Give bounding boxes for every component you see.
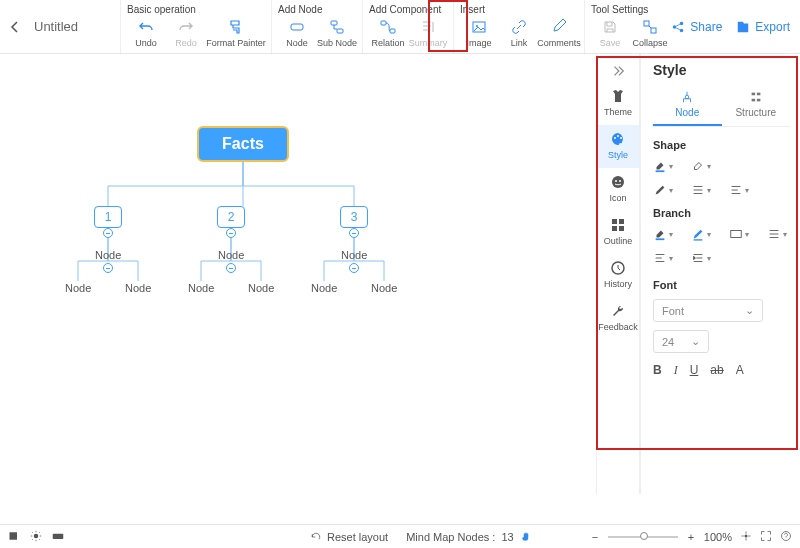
- svg-rect-33: [53, 533, 64, 538]
- svg-point-14: [620, 137, 622, 139]
- svg-point-16: [615, 180, 617, 182]
- zoom-slider[interactable]: [608, 536, 678, 538]
- collapse-toggle[interactable]: [103, 228, 113, 238]
- format-painter-icon: [228, 19, 244, 35]
- rail-icon[interactable]: Icon: [597, 168, 639, 211]
- group-add-component-label: Add Component: [369, 4, 447, 15]
- collapse-panel-button[interactable]: [597, 60, 639, 82]
- lines2-icon: [729, 183, 743, 197]
- collapse-toggle[interactable]: [349, 263, 359, 273]
- save-icon: [602, 19, 618, 35]
- spacing-picker[interactable]: ▾: [729, 183, 749, 197]
- border-style-picker[interactable]: ▾: [653, 183, 673, 197]
- reset-layout-button[interactable]: Reset layout: [310, 531, 388, 543]
- node-1[interactable]: 1: [94, 206, 122, 228]
- rail-history[interactable]: History: [597, 254, 639, 297]
- undo-button[interactable]: Undo: [127, 17, 165, 51]
- collapse-toggle[interactable]: [103, 263, 113, 273]
- collapse-button[interactable]: Collapse: [631, 17, 669, 51]
- indent-icon: [691, 251, 705, 265]
- tab-node[interactable]: Node: [653, 86, 722, 126]
- group-basic-label: Basic operation: [127, 4, 265, 15]
- branch-style-picker[interactable]: ▾: [691, 227, 711, 241]
- node-3[interactable]: 3: [340, 206, 368, 228]
- fill-color-picker[interactable]: ▾: [653, 159, 673, 173]
- insert-comments-button[interactable]: Comments: [540, 17, 578, 51]
- svg-rect-8: [651, 28, 656, 33]
- rail-style[interactable]: Style: [597, 125, 639, 168]
- fullscreen-button[interactable]: [760, 530, 772, 544]
- rail-theme[interactable]: Theme: [597, 82, 639, 125]
- shirt-icon: [610, 88, 626, 104]
- redo-button[interactable]: Redo: [167, 17, 205, 51]
- shape-picker[interactable]: ▾: [691, 159, 711, 173]
- strike-button[interactable]: ab: [710, 363, 723, 378]
- question-icon: [780, 530, 792, 542]
- rail-feedback[interactable]: Feedback: [597, 297, 639, 340]
- wrench-icon: [610, 303, 626, 319]
- zoom-in-button[interactable]: +: [686, 531, 696, 543]
- underline-button[interactable]: U: [690, 363, 699, 378]
- branch-box-picker[interactable]: ▾: [729, 227, 749, 241]
- leaf-node[interactable]: Node: [248, 282, 274, 294]
- save-button[interactable]: Save: [591, 17, 629, 51]
- collapse-toggle[interactable]: [226, 228, 236, 238]
- node-label[interactable]: Node: [95, 249, 121, 261]
- view-sun-button[interactable]: [30, 530, 42, 544]
- branch-color-picker[interactable]: ▾: [653, 227, 673, 241]
- insert-link-button[interactable]: Link: [500, 17, 538, 51]
- branch-align-picker[interactable]: ▾: [653, 251, 673, 265]
- zoom-level: 100%: [704, 531, 732, 543]
- leaf-node[interactable]: Node: [65, 282, 91, 294]
- font-size-select[interactable]: 24⌄: [653, 330, 709, 353]
- branch-lines-picker[interactable]: ▾: [767, 227, 787, 241]
- node-label[interactable]: Node: [341, 249, 367, 261]
- document-title[interactable]: Untitled: [30, 0, 120, 53]
- share-button[interactable]: Share: [671, 20, 722, 34]
- svg-rect-3: [381, 21, 386, 25]
- outline-icon: [610, 217, 626, 233]
- mindmap-node-count: Mind Map Nodes : 13: [406, 531, 532, 543]
- add-node-button[interactable]: Node: [278, 17, 316, 51]
- zoom-out-button[interactable]: −: [590, 531, 600, 543]
- leaf-node[interactable]: Node: [311, 282, 337, 294]
- format-painter-button[interactable]: Format Painter: [207, 17, 265, 51]
- help-button[interactable]: [780, 530, 792, 544]
- group-tool-settings-label: Tool Settings: [591, 4, 669, 15]
- bold-button[interactable]: B: [653, 363, 662, 378]
- fit-button[interactable]: [740, 530, 752, 544]
- mindmap: Facts 1 2 3 Node Node Node Node Node Nod…: [32, 126, 462, 376]
- tab-structure[interactable]: Structure: [722, 86, 791, 126]
- collapse-toggle[interactable]: [349, 228, 359, 238]
- rail-outline[interactable]: Outline: [597, 211, 639, 254]
- node-2[interactable]: 2: [217, 206, 245, 228]
- back-button[interactable]: [0, 0, 30, 53]
- svg-rect-28: [656, 238, 665, 240]
- export-button[interactable]: Export: [736, 20, 790, 34]
- leaf-node[interactable]: Node: [371, 282, 397, 294]
- svg-rect-25: [751, 99, 755, 102]
- collapse-toggle[interactable]: [226, 263, 236, 273]
- expand-icon: [760, 530, 772, 542]
- root-node[interactable]: Facts: [197, 126, 289, 162]
- add-subnode-button[interactable]: Sub Node: [318, 17, 356, 51]
- svg-rect-7: [644, 21, 649, 26]
- smile-icon: [610, 174, 626, 190]
- view-keyboard-button[interactable]: [52, 530, 64, 544]
- leaf-node[interactable]: Node: [125, 282, 151, 294]
- align-picker[interactable]: ▾: [691, 183, 711, 197]
- node-label[interactable]: Node: [218, 249, 244, 261]
- font-color-button[interactable]: A: [736, 363, 744, 378]
- italic-button[interactable]: I: [674, 363, 678, 378]
- section-branch: Branch: [653, 207, 790, 219]
- view-pages-button[interactable]: [8, 530, 20, 544]
- svg-rect-29: [694, 239, 703, 240]
- font-family-select[interactable]: Font⌄: [653, 299, 763, 322]
- svg-point-17: [619, 180, 621, 182]
- summary-button[interactable]: Summary: [409, 17, 447, 51]
- insert-image-button[interactable]: Image: [460, 17, 498, 51]
- relation-button[interactable]: Relation: [369, 17, 407, 51]
- branch-indent-picker[interactable]: ▾: [691, 251, 711, 265]
- hand-icon[interactable]: [520, 531, 532, 543]
- leaf-node[interactable]: Node: [188, 282, 214, 294]
